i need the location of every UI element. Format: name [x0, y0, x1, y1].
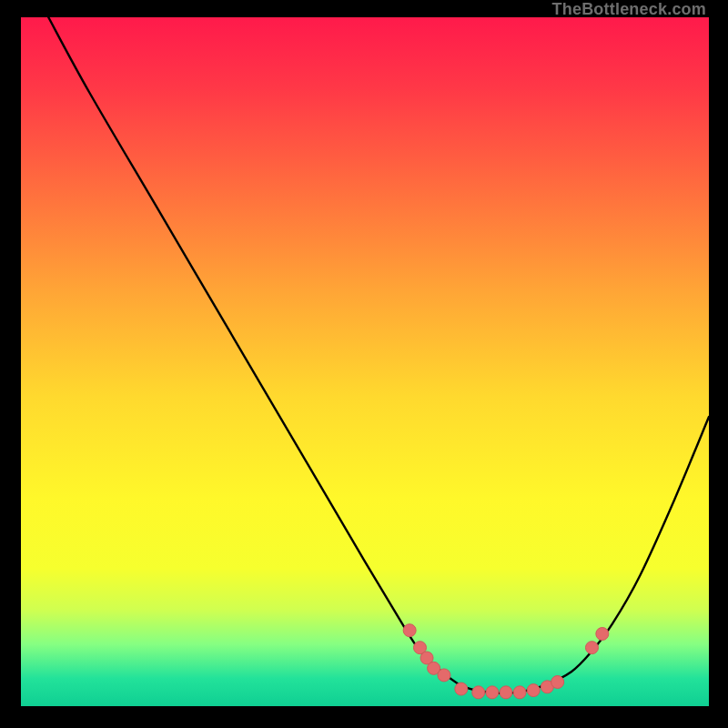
marker-point: [585, 642, 598, 654]
marker-point: [527, 684, 540, 697]
marker-point: [596, 628, 609, 641]
marker-point: [472, 686, 485, 699]
marker-point: [513, 686, 526, 699]
marker-point: [403, 624, 416, 637]
marker-point: [500, 686, 512, 699]
gradient-background: [21, 17, 709, 706]
watermark-label: TheBottleneck.com: [552, 0, 706, 19]
bottleneck-chart: [21, 17, 709, 706]
marker-point: [455, 682, 468, 695]
marker-point: [438, 669, 450, 682]
chart-frame: [21, 17, 709, 706]
marker-point: [486, 686, 499, 699]
marker-point: [551, 676, 564, 689]
